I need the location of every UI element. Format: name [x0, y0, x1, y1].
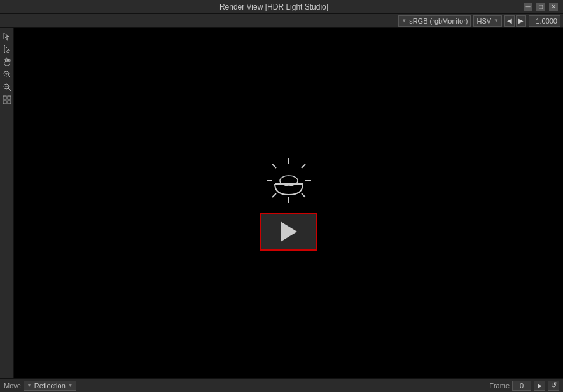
svg-line-21 — [302, 164, 305, 168]
close-button[interactable]: ✕ — [549, 3, 558, 11]
window-controls[interactable]: ─ □ ✕ — [524, 3, 558, 11]
move-label: Move — [4, 382, 21, 389]
sun-icon — [263, 155, 314, 206]
sun-icon-container — [260, 155, 317, 251]
play-button[interactable] — [260, 213, 317, 251]
svg-line-5 — [8, 76, 11, 78]
color-mode-dropdown[interactable]: HSV ▼ — [473, 15, 502, 27]
svg-line-22 — [272, 193, 276, 197]
zoom-tool-button[interactable] — [1, 69, 13, 80]
nav-controls: ◀ ▶ — [504, 15, 526, 27]
value-input[interactable] — [529, 15, 560, 27]
select-tool-button[interactable] — [1, 43, 13, 55]
main-area — [0, 28, 563, 378]
reflection-label: Reflection — [34, 382, 66, 389]
color-space-label: sRGB (rgbMonitor) — [409, 17, 468, 25]
svg-rect-1 — [7, 59, 8, 62]
frame-label: Frame — [489, 382, 510, 389]
play-bottom-button[interactable]: ▶ — [534, 381, 545, 391]
svg-rect-13 — [3, 101, 6, 104]
color-space-dropdown[interactable]: ▼ sRGB (rgbMonitor) — [398, 15, 471, 27]
zoom-region-tool-button[interactable] — [1, 81, 13, 93]
top-toolbar: ▼ sRGB (rgbMonitor) HSV ▼ ◀ ▶ — [0, 14, 563, 28]
restore-button[interactable]: □ — [536, 3, 545, 11]
render-area — [14, 28, 563, 378]
svg-rect-12 — [8, 96, 11, 99]
svg-rect-0 — [6, 58, 7, 62]
refresh-icon: ↺ — [551, 381, 557, 389]
window-title: Render View [HDR Light Studio] — [24, 3, 524, 11]
refresh-button[interactable]: ↺ — [548, 381, 559, 391]
svg-rect-14 — [8, 101, 11, 104]
play-bottom-icon: ▶ — [538, 382, 542, 389]
svg-line-19 — [272, 164, 276, 168]
reflection-dropdown[interactable]: ▼ Reflection ▼ — [24, 381, 76, 391]
svg-line-20 — [302, 193, 305, 197]
reflection-arrow-icon: ▼ — [27, 382, 32, 388]
extra-tool-button[interactable] — [1, 94, 13, 106]
svg-rect-3 — [4, 59, 5, 62]
hand-tool-button[interactable] — [1, 56, 13, 67]
next-button[interactable]: ▶ — [516, 15, 526, 27]
frame-section: Frame — [489, 381, 531, 391]
reflection-arrow2-icon: ▼ — [68, 382, 73, 388]
color-mode-label: HSV — [476, 17, 491, 25]
pointer-tool-button[interactable] — [1, 31, 13, 42]
minimize-button[interactable]: ─ — [524, 3, 532, 11]
svg-rect-11 — [3, 96, 6, 99]
title-bar: Render View [HDR Light Studio] ─ □ ✕ — [0, 0, 563, 14]
color-mode-arrow-icon: ▼ — [494, 18, 499, 24]
svg-rect-2 — [9, 59, 10, 62]
play-triangle-icon — [281, 221, 297, 242]
frame-input[interactable] — [512, 381, 531, 391]
left-toolbar — [0, 28, 14, 378]
prev-button[interactable]: ◀ — [504, 15, 515, 27]
move-section: Move — [4, 382, 21, 389]
color-space-arrow-icon: ▼ — [401, 18, 407, 24]
svg-line-9 — [8, 88, 11, 91]
bottom-bar: Move ▼ Reflection ▼ Frame ▶ ↺ — [0, 378, 563, 392]
